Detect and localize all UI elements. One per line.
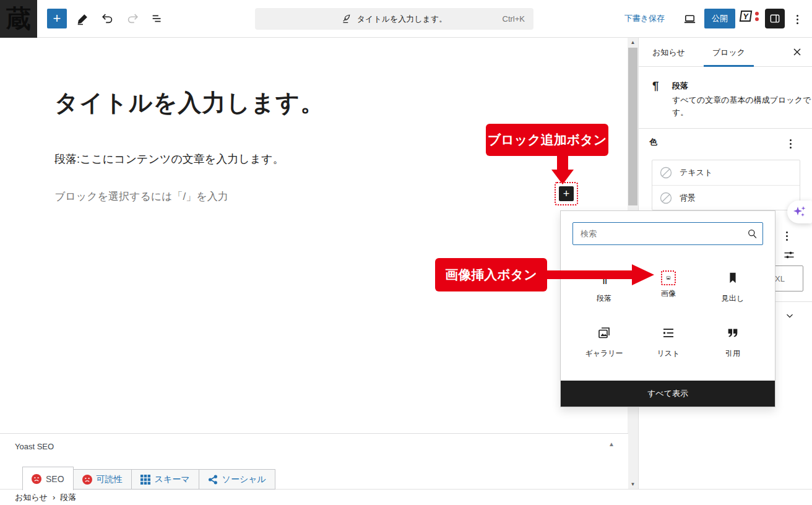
breadcrumb-root[interactable]: お知らせ (15, 492, 48, 503)
post-title-field[interactable]: タイトルを入力します。 (54, 87, 324, 119)
block-inserter-popup: ¶ 段落 画像 見出し ギャラリー (560, 210, 775, 407)
sidebar-tabs: お知らせ ブロック (639, 38, 812, 67)
yoast-seo-metabox: Yoast SEO ▲ SEO 可読性 スキーマ ソーシャル (0, 433, 628, 489)
heading-bookmark-icon (725, 270, 740, 285)
editor-toolbar: 蔵 + タイトルを入力します。 Ctrl+K 下書き保存 公開 Y (0, 0, 812, 38)
sad-face-icon (32, 474, 41, 484)
block-item-gallery[interactable]: ギャラリー (572, 314, 636, 369)
yoast-tab-seo[interactable]: SEO (22, 467, 74, 490)
yoast-tab-schema[interactable]: スキーマ (132, 469, 199, 490)
color-options-icon[interactable] (783, 136, 798, 151)
ai-sparkle-icon[interactable] (787, 201, 812, 223)
yoast-seo-icon[interactable]: Y (740, 11, 759, 27)
quote-icon (725, 326, 740, 340)
yoast-tabs: SEO 可読性 スキーマ ソーシャル (22, 467, 275, 490)
block-item-heading[interactable]: 見出し (701, 259, 765, 314)
preview-icon[interactable] (682, 11, 697, 26)
collapse-toggle-icon[interactable]: ▲ (608, 441, 615, 447)
annotation-arrow-right (547, 262, 655, 287)
edit-mode-icon[interactable] (76, 11, 90, 26)
typography-options-icon[interactable] (779, 228, 794, 243)
breadcrumb-current[interactable]: 段落 (60, 492, 76, 503)
settings-sidebar-toggle[interactable] (765, 9, 785, 28)
share-icon (208, 475, 218, 485)
browse-all-button[interactable]: すべて表示 (561, 381, 775, 407)
paragraph-block[interactable]: 段落:ここにコンテンツの文章を入力します。 (54, 152, 284, 166)
sad-face-icon (82, 475, 92, 485)
annotation-arrow-down (549, 156, 576, 184)
list-view-icon[interactable] (150, 11, 165, 26)
save-draft-button[interactable]: 下書き保存 (624, 13, 665, 24)
close-sidebar-icon[interactable] (790, 45, 805, 60)
tab-block[interactable]: ブロック (699, 38, 759, 67)
annotation-add-block: ブロック追加ボタン (486, 124, 608, 156)
block-item-list[interactable]: リスト (636, 314, 701, 369)
image-icon (661, 270, 676, 285)
annotation-insert-image: 画像挿入ボタン (435, 258, 547, 291)
block-item-quote[interactable]: 引用 (701, 314, 765, 369)
yoast-tab-social[interactable]: ソーシャル (199, 469, 275, 490)
command-title-text: タイトルを入力します。 (357, 14, 447, 25)
yoast-title: Yoast SEO (15, 442, 54, 451)
sliders-icon[interactable] (783, 249, 795, 264)
gallery-icon (597, 326, 611, 340)
scroll-up-icon[interactable]: ▲ (628, 38, 638, 47)
pen-nib-icon (342, 13, 352, 25)
block-search-input[interactable] (572, 222, 763, 245)
color-row-background[interactable]: 背景 (652, 185, 800, 210)
block-card-title: 段落 (672, 80, 688, 92)
inline-add-block-button[interactable]: + (559, 186, 574, 201)
breadcrumb-bar: お知らせ › 段落 (0, 489, 812, 505)
scroll-down-icon[interactable]: ▼ (628, 480, 638, 489)
command-center-field[interactable]: タイトルを入力します。 Ctrl+K (255, 8, 533, 30)
toolbar-add-block-button[interactable]: + (47, 9, 67, 28)
breadcrumb-separator: › (53, 493, 55, 502)
sidebar-panel-icon (769, 12, 781, 25)
add-block-highlight: + (555, 182, 578, 205)
redo-icon[interactable] (125, 11, 140, 26)
chevron-down-icon[interactable] (784, 310, 795, 324)
block-card-description: すべての文章の基本の構成ブロックです。 (672, 94, 812, 119)
publish-button[interactable]: 公開 (704, 9, 735, 28)
color-panel-title: 色 (649, 137, 657, 148)
paragraph-icon: ¶ (652, 79, 659, 93)
tab-post[interactable]: お知らせ (639, 38, 699, 67)
list-icon (661, 326, 676, 340)
empty-block-placeholder[interactable]: ブロックを選択するには「/」を入力 (54, 189, 228, 204)
more-options-icon[interactable] (790, 12, 805, 27)
no-color-icon (660, 166, 672, 179)
site-logo[interactable]: 蔵 (0, 0, 37, 38)
no-color-icon (660, 192, 672, 204)
yoast-tab-readability[interactable]: 可読性 (74, 469, 132, 490)
scrollbar-thumb[interactable] (628, 48, 637, 205)
undo-icon[interactable] (100, 11, 115, 26)
color-row-text[interactable]: テキスト (652, 160, 800, 185)
schema-grid-icon (140, 475, 150, 485)
wordpress-editor: 蔵 + タイトルを入力します。 Ctrl+K 下書き保存 公開 Y (0, 0, 812, 505)
color-settings-box: テキスト 背景 (652, 160, 800, 210)
block-info-card: ¶ 段落 すべての文章の基本の構成ブロックです。 (639, 67, 812, 129)
command-shortcut: Ctrl+K (503, 14, 525, 24)
